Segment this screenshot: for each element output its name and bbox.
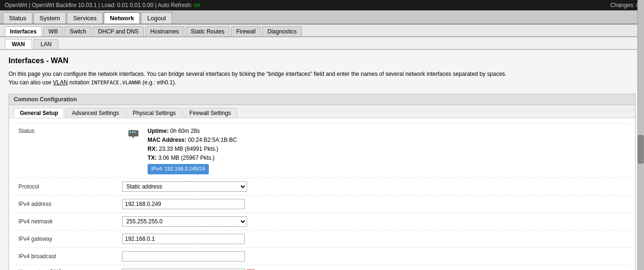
ipv4-broadcast-label: IPv4 broadcast [18,253,122,260]
top-bar: OpenWrt | OpenWrt Backfire 10.03.1 | Loa… [0,0,644,10]
nav-tab-services[interactable]: Services [67,12,103,24]
content: Interfaces - WAN On this page you can co… [0,50,644,270]
ipv4-gateway-label: IPv4 gateway [18,236,122,242]
sub-nav-interfaces[interactable]: Interfaces [5,26,42,36]
config-box: Common Configuration General Setup Advan… [8,94,636,270]
ipv4-broadcast-input[interactable] [122,251,245,262]
mac-value: 00:24:B2:5A:1B:BC [188,137,237,143]
svg-rect-0 [129,131,138,136]
nav-tab-logout[interactable]: Logout [141,12,172,24]
eth1-icon [127,127,140,140]
iface-tab-wan[interactable]: WAN [5,39,32,49]
ipv4-netmask-label: IPv4 netmask [18,218,122,225]
main-nav: Status System Services Network Logout [0,10,644,25]
sub-nav-diagnostics[interactable]: Diagnostics [262,26,302,36]
ipv4-broadcast-row: IPv4 broadcast [14,247,630,265]
scrollbar[interactable] [637,0,644,270]
vlan-notation: INTERFACE.VLANNR [91,80,141,86]
rx-label: RX: [148,146,159,152]
nav-tab-status[interactable]: Status [3,12,33,24]
sub-nav-switch[interactable]: Switch [65,26,91,36]
status-label: Status [18,127,122,134]
desc-line2-suffix: (e.g.: eth0.1). [141,79,176,86]
protocol-select[interactable]: Static address DHCP client PPPoE None [122,181,247,192]
vlan-link: VLAN [53,79,67,86]
config-box-title: Common Configuration [9,94,635,105]
tx-value: 3.06 MB (25967 Pkts.) [158,155,215,161]
ipv4-broadcast-value [122,251,626,262]
nav-tab-system[interactable]: System [33,12,66,24]
protocol-value: Static address DHCP client PPPoE None [122,181,626,192]
ipv4-address-label: IPv4 address [18,201,122,207]
uptime-label: Uptime: [148,128,170,134]
sub-nav-static-routes[interactable]: Static Routes [186,26,230,36]
status-info: Uptime: 0h 60m 28s MAC Address: 00:24:B2… [148,127,237,174]
sub-nav-hostnames[interactable]: Hostnames [145,26,184,36]
sub-nav-firewall[interactable]: Firewall [231,26,261,36]
desc-line2-prefix: You can also use [8,79,53,86]
ipv4-address-row: IPv4 address [14,195,630,213]
nav-tab-network[interactable]: Network [104,12,140,24]
ipv4-netmask-row: IPv4 netmask 255.255.255.0 255.255.0.0 2… [14,213,630,230]
rx-value: 23.33 MB (84991 Pkts.) [159,146,218,152]
svg-rect-3 [134,131,136,133]
config-tabs: General Setup Advanced Settings Physical… [9,105,635,118]
config-tab-physical[interactable]: Physical Settings [126,108,182,118]
ipv4-address-input[interactable] [122,199,245,209]
desc-line1: On this page you can configure the netwo… [8,71,506,77]
auto-refresh-label: Auto Refresh: [158,2,194,8]
sub-nav: Interfaces Wifi Switch DHCP and DNS Host… [0,25,644,37]
page-title: Interfaces - WAN [8,57,636,65]
sub-nav-dhcp-dns[interactable]: DHCP and DNS [93,26,144,36]
status-row: Status Uptime: 0h 6 [14,123,630,178]
description: On this page you can configure the netwo… [8,70,636,87]
sub-nav-wifi[interactable]: Wifi [43,26,63,36]
ipv4-gateway-row: IPv4 gateway [14,230,630,247]
ipv4-gateway-value [122,234,626,244]
brand: OpenWrt [5,2,27,8]
version: OpenWrt Backfire 10.03.1 [32,2,97,8]
ipv4-netmask-value: 255.255.255.0 255.255.0.0 255.0.0.0 [122,216,626,227]
ipv4-gateway-input[interactable] [122,234,245,244]
ipv4-netmask-select[interactable]: 255.255.255.0 255.255.0.0 255.0.0.0 [122,216,247,227]
uptime-value: 0h 60m 28s [170,128,200,134]
svg-rect-4 [132,136,134,138]
ipv4-address-value [122,199,626,209]
config-tab-general[interactable]: General Setup [14,108,64,118]
iface-tabs: WAN LAN [0,37,644,50]
desc-line2-mid: notation [68,79,91,86]
svg-rect-5 [131,130,132,131]
tx-label: TX: [148,155,158,161]
custom-dns-row: Use custom DNS servers ✕ + [14,265,630,270]
mac-label: MAC Address: [148,137,188,143]
svg-rect-1 [130,131,131,133]
load: Load: 0.01 0.01 0.00 [101,2,153,8]
config-tab-advanced[interactable]: Advanced Settings [66,108,125,118]
svg-rect-2 [132,131,133,133]
changes-count: Changes: 0 [611,2,639,8]
iface-badge[interactable]: IPv4: 192.168.0.249/24 [148,164,209,174]
top-bar-info: OpenWrt | OpenWrt Backfire 10.03.1 | Loa… [5,2,200,8]
protocol-label: Protocol [18,183,122,190]
config-tab-firewall[interactable]: Firewall Settings [183,108,237,118]
auto-refresh-value: on [194,2,200,8]
scrollbar-thumb[interactable] [638,135,644,164]
form-section: Status Uptime: 0h 6 [9,118,635,270]
protocol-row: Protocol Static address DHCP client PPPo… [14,178,630,195]
iface-tab-lan[interactable]: LAN [33,39,58,49]
